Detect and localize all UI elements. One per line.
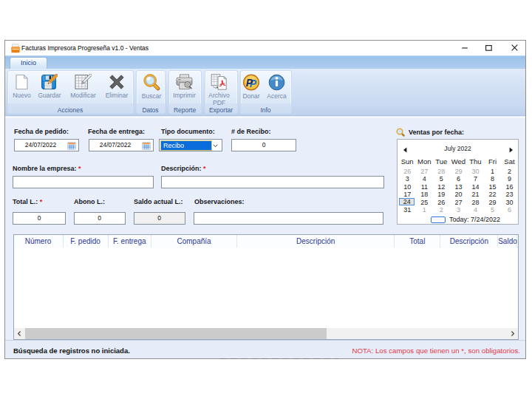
svg-text:P: P [246,77,253,89]
